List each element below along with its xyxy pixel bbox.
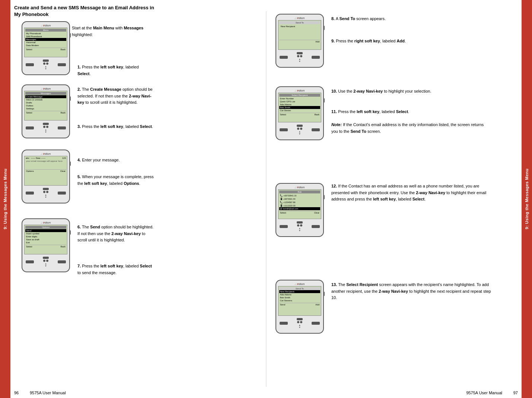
phone4-nav-right[interactable]: [46, 260, 48, 262]
phone4-side-btn: [69, 230, 71, 235]
right-chapter-label: 9: Using the Messages Menu: [525, 168, 529, 229]
step6-text: 6. The Send option should be highlighted…: [77, 224, 156, 244]
phone1-center-top[interactable]: [43, 60, 49, 62]
phone7-center-top[interactable]: [297, 221, 303, 224]
phone1-left-btn[interactable]: [26, 63, 34, 66]
phone5-buttons: ▲ ▼: [278, 51, 321, 63]
step11-note: Note: If the Contact's email address is …: [331, 122, 491, 135]
phone2-center-top[interactable]: [43, 123, 49, 125]
phone7-item-3: 📞+1234567 89: [279, 200, 320, 204]
phone3-buttons: ▲ ▼: [24, 187, 67, 199]
step2-text: 2. The Create Message option should be s…: [77, 86, 156, 106]
phone5-center-top[interactable]: [297, 52, 303, 54]
right-tab: 9: Using the Messages Menu: [522, 0, 532, 398]
phone3-left-btn[interactable]: [26, 192, 34, 195]
phone8-center-top[interactable]: [297, 318, 303, 320]
phone3-nav-right[interactable]: [46, 191, 48, 193]
phone5-left-btn[interactable]: [280, 56, 288, 59]
phone7-soft-right: Clear: [314, 212, 319, 214]
phone6-brand: .: iridium: [278, 89, 321, 92]
step3-text: 3. Press the left soft key, labeled Sele…: [77, 123, 156, 130]
phone5-nav-right[interactable]: [300, 55, 302, 57]
phone3-soft-keys: Options Clear: [25, 169, 66, 173]
phone3-input: your email message will appear here: [25, 159, 66, 168]
phone8-send-to: Send To: [279, 287, 320, 290]
phone1-brand: .: iridium: [24, 24, 67, 27]
phone6-nav-right[interactable]: [300, 128, 302, 130]
phone7-side-btn: [323, 195, 325, 199]
phone2-right-btn[interactable]: [58, 126, 66, 129]
step11-text: 11. Press the left soft key, labeled Sel…: [331, 109, 491, 115]
step5-text: 5. When your message is complete, press …: [77, 174, 156, 187]
phone1-nav-left[interactable]: [43, 62, 45, 65]
phone8-side-btn: [323, 292, 325, 296]
phone7-screen-title: Bob: [279, 190, 320, 193]
phone1-item-2: SIM Phonebook: [25, 35, 66, 38]
phone2-screen: Messages Create Message Inbox (1 unread)…: [24, 91, 67, 121]
phone5-nav-arrows: ▲ ▼: [299, 58, 301, 62]
phone6-center-top[interactable]: [297, 125, 303, 127]
phone3-soft-left: Options: [26, 170, 34, 172]
phone2-nav-right[interactable]: [46, 126, 48, 128]
phone4-left-btn[interactable]: [26, 260, 34, 263]
page-label-right: 9575A User Manual: [466, 391, 502, 395]
phone5-soft-keys: Add: [279, 40, 320, 43]
phone3-new: —— New ——: [31, 157, 45, 159]
phone1-item-5: Data Modem: [25, 44, 66, 47]
phone2-wrap: .: iridium Messages Create Message Inbox…: [22, 84, 70, 138]
phone7-right-btn[interactable]: [312, 225, 320, 228]
phone4-nav-left[interactable]: [43, 260, 45, 262]
phone1-item-3: Messages: [25, 38, 66, 41]
phone8-nav-right[interactable]: [300, 321, 302, 323]
phone8-left-btn[interactable]: [280, 322, 288, 325]
phone5-soft-right: Add: [315, 41, 319, 43]
phone8-nav-arrows: ▲ ▼: [299, 324, 301, 328]
phone7-left-btn[interactable]: [280, 225, 288, 228]
phone5-right-btn[interactable]: [312, 56, 320, 59]
phone6-item-2: Quick GPS List: [279, 100, 320, 103]
phone3-right-btn[interactable]: [58, 192, 66, 195]
phone1-nav-right[interactable]: [46, 62, 48, 65]
page-title: Create and Send a new SMS Message to an …: [14, 4, 159, 18]
phone2-brand: .: iridium: [24, 87, 67, 90]
phone2-item-4: Outbox: [25, 104, 66, 107]
phone4-item-3: Enter digits: [25, 235, 66, 238]
phone8-right-btn[interactable]: [312, 322, 320, 325]
phone5-brand: .: iridium: [278, 17, 321, 19]
phone7-screen: Bob 📞+93733541 15 📱+9373321 34 📞+1234567…: [278, 189, 321, 219]
phone8-item-2: Ada Adams: [279, 293, 320, 296]
phone8-nav-left[interactable]: [297, 321, 299, 323]
phone6-right-btn[interactable]: [312, 128, 320, 131]
phone6-left-btn[interactable]: [280, 128, 288, 131]
phone2-nav-arrows: ▲ ▼: [45, 129, 47, 133]
step13-text: 13. The Select Recipient screen appears …: [331, 282, 491, 301]
phone4-item-2: Insert symbol: [25, 232, 66, 235]
phone6-nav-arrows: ▲ ▼: [299, 131, 301, 135]
phone7-nav-left[interactable]: [297, 224, 299, 227]
phone1-soft-keys: Select Back: [25, 48, 66, 51]
step10-text: 10. Use the 2-way Navi-key to highlight …: [331, 88, 491, 95]
phone3-center-top[interactable]: [43, 188, 49, 190]
phone1: .: iridium Menu My Phonebook SIM Phonebo…: [22, 21, 70, 75]
phone2-left-btn[interactable]: [26, 126, 34, 129]
phone2-soft-right: Back: [61, 112, 66, 114]
phone4-right-btn[interactable]: [58, 260, 66, 263]
phone7-nav-right[interactable]: [300, 224, 302, 227]
phone4-soft-keys: Select Back: [25, 245, 66, 248]
phone8-item-4: Cat Stevens: [279, 299, 320, 302]
phone6-item-1: Enter Number: [279, 97, 320, 100]
step8-text: 8. A Send To screen appears.: [331, 16, 491, 22]
phone3-nav-left[interactable]: [43, 191, 45, 193]
phone4-center-top[interactable]: [43, 257, 49, 259]
phone4-item-1: Send: [25, 229, 66, 232]
phone2-soft-keys: Select Back: [25, 111, 66, 114]
phone6-soft-keys: Select Back: [279, 113, 320, 116]
phone2-nav-left[interactable]: [43, 126, 45, 128]
phone1-right-btn[interactable]: [58, 63, 66, 66]
phone6-nav-left[interactable]: [297, 128, 299, 130]
phone4-soft-left: Select: [26, 245, 32, 248]
phone3-nav-arrows: ▲ ▼: [45, 194, 47, 198]
phone6-item-5: Cat Steven: [279, 109, 320, 112]
phone4-nav-arrows: ▲ ▼: [45, 263, 47, 267]
phone5-nav-left[interactable]: [297, 55, 299, 57]
